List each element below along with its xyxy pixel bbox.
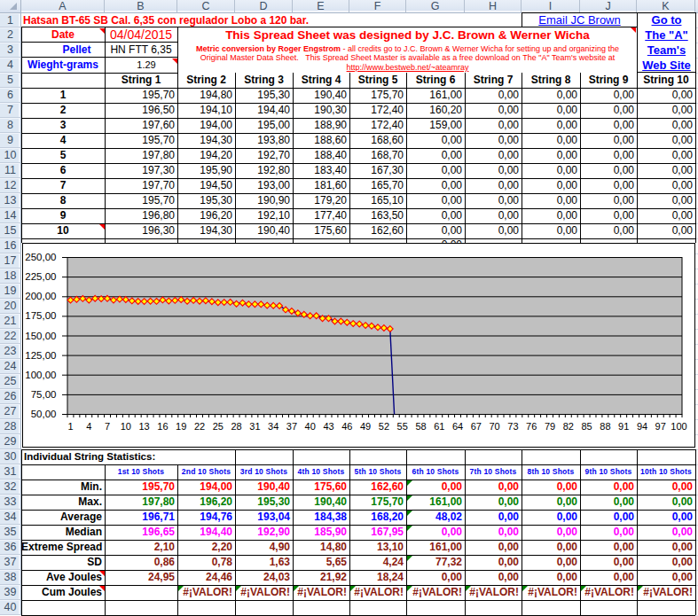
svg-text:76: 76	[526, 421, 537, 432]
svg-text:4: 4	[86, 421, 91, 432]
svg-text:16: 16	[157, 421, 168, 432]
svg-text:200,00: 200,00	[25, 291, 56, 301]
svg-text:94: 94	[637, 421, 647, 432]
svg-text:61: 61	[434, 421, 444, 432]
svg-text:31: 31	[249, 421, 260, 432]
svg-text:28: 28	[231, 421, 241, 432]
svg-text:34: 34	[268, 421, 278, 432]
svg-text:85: 85	[581, 421, 592, 432]
svg-text:225,00: 225,00	[25, 271, 56, 282]
svg-text:19: 19	[176, 421, 186, 432]
svg-text:55: 55	[397, 421, 408, 432]
svg-text:150,00: 150,00	[25, 330, 56, 340]
svg-text:67: 67	[471, 421, 482, 432]
svg-text:75,00: 75,00	[31, 388, 57, 399]
svg-text:58: 58	[415, 421, 426, 432]
svg-text:22: 22	[194, 421, 205, 432]
svg-text:73: 73	[507, 421, 518, 432]
svg-text:37: 37	[286, 421, 297, 432]
svg-text:91: 91	[618, 421, 629, 432]
svg-text:82: 82	[563, 421, 574, 432]
svg-text:64: 64	[452, 421, 463, 432]
svg-text:43: 43	[323, 421, 333, 432]
svg-text:88: 88	[600, 421, 610, 432]
svg-text:25: 25	[213, 421, 224, 432]
svg-text:125,00: 125,00	[25, 349, 56, 360]
svg-text:250,00: 250,00	[25, 252, 56, 262]
svg-text:1: 1	[67, 421, 73, 432]
svg-text:50,00: 50,00	[31, 409, 57, 419]
svg-text:40: 40	[305, 421, 316, 432]
svg-text:97: 97	[655, 421, 666, 432]
svg-text:79: 79	[545, 421, 555, 432]
svg-text:100: 100	[671, 421, 686, 432]
svg-text:49: 49	[360, 421, 371, 432]
svg-text:10: 10	[121, 421, 131, 432]
svg-text:100,00: 100,00	[25, 369, 56, 379]
svg-text:46: 46	[341, 421, 352, 432]
svg-text:13: 13	[138, 421, 149, 432]
svg-text:7: 7	[105, 421, 110, 432]
svg-text:175,00: 175,00	[25, 310, 56, 321]
svg-text:52: 52	[379, 421, 389, 432]
svg-text:70: 70	[489, 421, 499, 432]
